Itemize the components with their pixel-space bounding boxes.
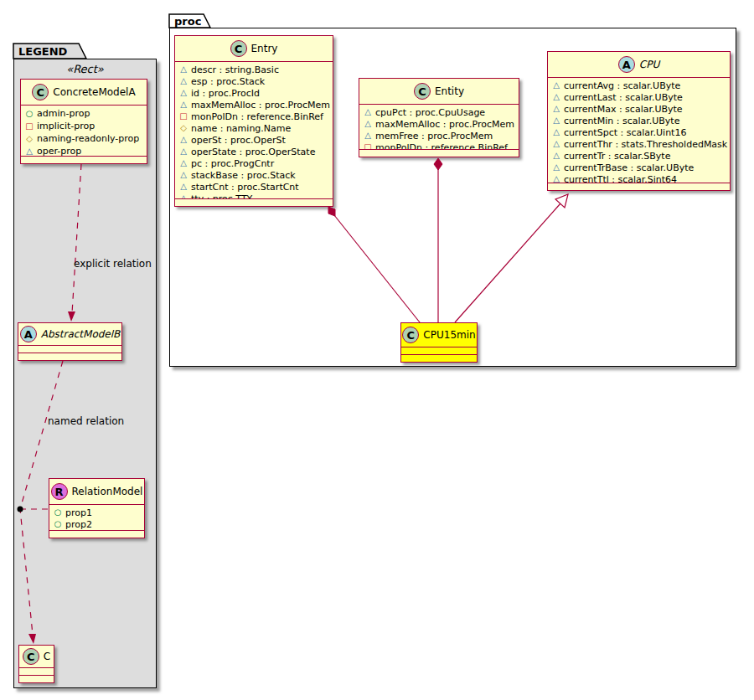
empty-compartment xyxy=(175,198,333,206)
member-row: △id : proc.ProcId xyxy=(178,87,329,99)
triangle-member-icon: △ xyxy=(551,93,561,101)
square-member-icon: □ xyxy=(363,143,373,149)
class-name: C xyxy=(44,651,50,662)
triangle-member-icon: △ xyxy=(551,140,561,148)
class-cpu15min-title: C CPU15min xyxy=(401,323,477,347)
class-relationmodel: R RelationModel ○prop1○prop2 xyxy=(49,478,145,538)
member-row: △esp : proc.Stack xyxy=(178,75,329,87)
square-member-icon: □ xyxy=(178,112,188,121)
member-text: maxMemAlloc : proc.ProcMem xyxy=(375,119,514,130)
triangle-member-icon: △ xyxy=(551,152,561,160)
member-text: descr : string.Basic xyxy=(191,64,279,75)
member-row: △descr : string.Basic xyxy=(178,64,329,75)
class-name: CPU15min xyxy=(423,329,475,341)
member-row: △startCnt : proc.StartCnt xyxy=(178,181,329,193)
class-cpu-members: △currentAvg : scalar.UByte△currentLast :… xyxy=(548,77,730,183)
class-spot-icon: C xyxy=(402,327,419,343)
member-row: △maxMemAlloc : proc.ProcMem xyxy=(178,99,329,111)
member-row: △stackBase : proc.Stack xyxy=(178,169,329,181)
member-row: △currentSpct : scalar.Uint16 xyxy=(551,126,726,138)
uml-diagram-canvas: LEGEND proc «Rect» explicit relation nam… xyxy=(0,0,754,700)
member-text: naming-readonly-prop xyxy=(37,133,139,144)
member-row: △oper-prop xyxy=(24,145,143,156)
member-row: △pc : proc.ProgCntr xyxy=(178,157,329,169)
member-row: △currentLast : scalar.UByte xyxy=(551,91,726,103)
member-row: ◇name : naming.Name xyxy=(178,122,329,134)
legend-package-tab-label: LEGEND xyxy=(18,45,67,58)
empty-compartment xyxy=(19,675,54,682)
member-text: currentAvg : scalar.UByte xyxy=(564,80,680,91)
class-name: Entity xyxy=(435,85,464,97)
triangle-member-icon: △ xyxy=(363,131,373,140)
member-row: △currentTr : scalar.SByte xyxy=(551,150,726,162)
member-row: ○admin-prop xyxy=(24,107,143,120)
member-text: operSt : proc.OperSt xyxy=(191,135,286,146)
class-entry-members: △descr : string.Basic△esp : proc.Stack△i… xyxy=(175,61,333,198)
square-member-icon: □ xyxy=(24,122,34,131)
member-text: currentMax : scalar.UByte xyxy=(564,104,683,115)
member-text: pc : proc.ProgCntr xyxy=(191,158,274,169)
member-row: △tty : proc.TTY xyxy=(178,193,329,198)
member-text: prop2 xyxy=(65,519,92,530)
class-name: CPU xyxy=(639,59,659,70)
empty-compartment xyxy=(401,354,477,362)
member-row: □implicit-prop xyxy=(24,120,143,132)
abstract-spot-icon: A xyxy=(20,326,37,342)
member-row: ○prop2 xyxy=(53,518,141,530)
empty-compartment xyxy=(18,353,121,360)
member-text: name : naming.Name xyxy=(191,123,291,134)
class-abstractmodelb: A AbstractModelB xyxy=(18,322,122,361)
class-name: ConcreteModelA xyxy=(53,86,135,98)
class-concretemodela-members: ○admin-prop□implicit-prop◇naming-readonl… xyxy=(21,105,147,156)
named-relation-label: named relation xyxy=(48,415,124,427)
member-row: △currentTtl : scalar.Sint64 xyxy=(551,173,726,183)
triangle-member-icon: △ xyxy=(178,171,188,179)
class-relationmodel-title: R RelationModel xyxy=(49,479,144,504)
member-row: △currentThr : stats.ThresholdedMask xyxy=(551,138,726,150)
triangle-member-icon: △ xyxy=(551,116,561,125)
class-entity: C Entity △cpuPct : proc.CpuUsage△maxMemA… xyxy=(359,78,519,157)
class-spot-icon: C xyxy=(414,83,431,100)
class-spot-icon: C xyxy=(23,648,39,665)
member-text: prop1 xyxy=(65,507,92,518)
member-text: monPolDn : reference.BinRef xyxy=(375,142,508,150)
empty-compartment xyxy=(401,347,477,354)
member-text: stackBase : proc.Stack xyxy=(191,170,296,181)
class-entry-title: C Entry xyxy=(175,36,333,61)
empty-compartment xyxy=(49,530,144,538)
member-row: △operState : proc.OperState xyxy=(178,146,329,157)
relation-spot-icon: R xyxy=(51,483,68,500)
member-text: operState : proc.OperState xyxy=(191,147,315,157)
member-row: ○prop1 xyxy=(53,507,141,518)
diamond-member-icon: ◇ xyxy=(24,135,34,143)
member-row: △cpuPct : proc.CpuUsage xyxy=(363,106,515,118)
member-row: △currentMin : scalar.UByte xyxy=(551,115,726,126)
triangle-member-icon: △ xyxy=(24,147,34,156)
member-row: △operSt : proc.OperSt xyxy=(178,134,329,146)
triangle-member-icon: △ xyxy=(363,108,373,116)
triangle-member-icon: △ xyxy=(363,120,373,128)
class-cpu: A CPU △currentAvg : scalar.UByte△current… xyxy=(547,51,731,191)
triangle-member-icon: △ xyxy=(178,159,188,167)
class-name: Entry xyxy=(251,43,278,54)
empty-compartment xyxy=(18,345,121,353)
class-cpu-title: A CPU xyxy=(548,52,730,77)
member-row: △currentAvg : scalar.UByte xyxy=(551,80,726,91)
class-cpu15min: C CPU15min xyxy=(400,322,478,363)
triangle-member-icon: △ xyxy=(178,65,188,74)
triangle-member-icon: △ xyxy=(178,147,188,156)
triangle-member-icon: △ xyxy=(178,89,188,97)
triangle-member-icon: △ xyxy=(178,100,188,109)
member-text: esp : proc.Stack xyxy=(191,76,265,87)
triangle-member-icon: △ xyxy=(178,136,188,144)
triangle-member-icon: △ xyxy=(178,77,188,85)
explicit-relation-label: explicit relation xyxy=(74,258,152,270)
triangle-member-icon: △ xyxy=(551,175,561,183)
empty-compartment xyxy=(359,149,519,157)
abstract-spot-icon: A xyxy=(618,56,635,73)
class-c: C C xyxy=(18,645,54,683)
member-row: □monPolDn : reference.BinRef xyxy=(178,111,329,122)
triangle-member-icon: △ xyxy=(178,183,188,191)
member-text: currentLast : scalar.UByte xyxy=(564,92,683,103)
class-entity-title: C Entity xyxy=(359,79,519,104)
